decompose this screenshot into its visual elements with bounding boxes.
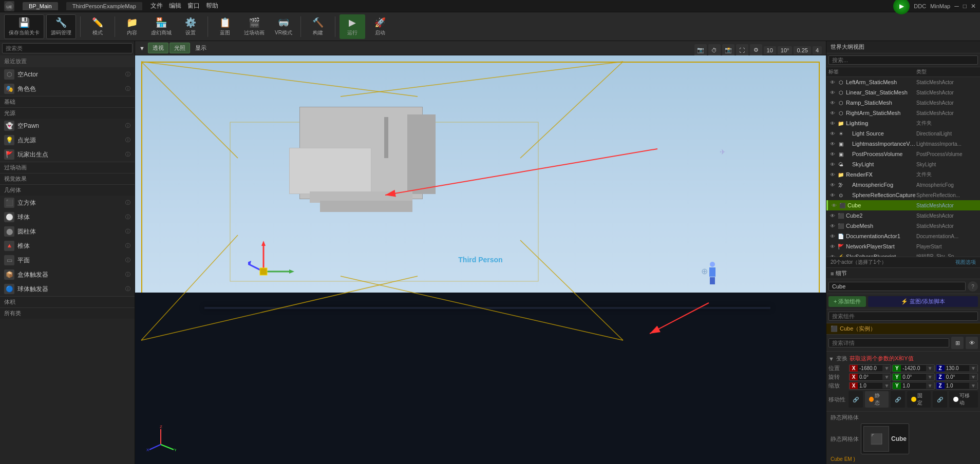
- menu-edit[interactable]: 编辑: [169, 2, 181, 10]
- actor-cone[interactable]: 🔺 椎体 ⓘ: [0, 239, 135, 253]
- vis-icon-skysphere[interactable]: 👁: [828, 253, 837, 257]
- build-button[interactable]: 🔨 构建: [305, 14, 331, 39]
- wo-item-skysphere[interactable]: 👁 ⚡ SkySphereBlueprint 编辑BP_Sky_Sp...: [826, 252, 980, 257]
- wo-item-rightarm[interactable]: 👁 ⬡ RightArm_StaticMesh StaticMeshActor: [826, 108, 980, 118]
- rot-y-down[interactable]: ▼: [926, 374, 934, 380]
- 3d-viewport[interactable]: Third Person: [135, 55, 826, 464]
- actor-point-light[interactable]: 💡 点光源 ⓘ: [0, 133, 135, 147]
- wo-item-cube2[interactable]: 👁 ⬛ Cube2 StaticMeshActor: [826, 210, 980, 221]
- search-details-input[interactable]: [828, 338, 949, 347]
- section-basic[interactable]: 基础: [0, 96, 135, 107]
- screenshot-icon[interactable]: 📸: [722, 44, 734, 56]
- wo-item-stair[interactable]: 👁 ⬡ Linear_Stair_StaticMesh StaticMeshAc…: [826, 87, 980, 98]
- scale-z-down[interactable]: ▼: [969, 383, 977, 389]
- section-light[interactable]: 光源: [0, 107, 135, 119]
- vis-icon-skylight[interactable]: 👁: [828, 160, 837, 168]
- pos-z-down[interactable]: ▼: [969, 365, 977, 371]
- wo-item-cubemesh[interactable]: 👁 ⬛ CubeMesh StaticMeshActor: [826, 221, 980, 231]
- actor-sphere[interactable]: ⚪ 球体 ⓘ: [0, 210, 135, 224]
- vis-icon-rightarm[interactable]: 👁: [828, 109, 837, 117]
- scale-y-input[interactable]: [901, 382, 926, 389]
- vis-icon-ramp[interactable]: 👁: [828, 99, 837, 107]
- actor-name-input[interactable]: [828, 282, 966, 291]
- details-eye-btn[interactable]: 👁: [966, 337, 978, 349]
- rotation-y-input[interactable]: [901, 374, 926, 380]
- settings-button[interactable]: ⚙️ 设置: [178, 14, 203, 39]
- realtime-icon[interactable]: ⏱: [708, 44, 721, 56]
- actor-plane[interactable]: ▭ 平面 ⓘ: [0, 253, 135, 267]
- show-btn[interactable]: 显示: [191, 43, 211, 53]
- vis-icon-docactor[interactable]: 👁: [828, 232, 837, 240]
- cinematics-button[interactable]: 🎬 过场动画: [240, 14, 269, 39]
- section-volume[interactable]: 体积: [0, 296, 135, 307]
- vis-icon-stair[interactable]: 👁: [828, 88, 837, 96]
- vis-icon-spherereflect[interactable]: 👁: [828, 191, 837, 199]
- add-component-button[interactable]: + 添加组件: [828, 296, 866, 307]
- actor-cylinder[interactable]: ⬤ 圆柱体 ⓘ: [0, 224, 135, 239]
- actor-camera[interactable]: 🎭 角色色 ⓘ: [0, 82, 135, 96]
- content-button[interactable]: 📁 内容: [119, 14, 145, 39]
- vis-icon-lightmass[interactable]: 👁: [828, 140, 837, 148]
- vr-button[interactable]: 🥽 VR模式: [271, 14, 296, 39]
- wo-item-lightsource[interactable]: 👁 ☀ Light Source DirectionalLight: [826, 128, 980, 139]
- vis-icon-netplayer[interactable]: 👁: [828, 242, 837, 250]
- mobility-static-btn[interactable]: 静态: [865, 391, 889, 408]
- wo-item-renderfx-folder[interactable]: 👁 📁 RenderFX 文件夹: [826, 169, 980, 180]
- vis-icon-lightsource[interactable]: 👁: [828, 129, 837, 138]
- actor-search-input[interactable]: [2, 43, 133, 53]
- transform-collapse-arrow[interactable]: ▼: [828, 356, 834, 362]
- rotation-x-input[interactable]: [858, 374, 882, 380]
- settings-vp-icon[interactable]: ⚙: [750, 44, 762, 56]
- help-button[interactable]: ?: [968, 281, 978, 292]
- source-control-button[interactable]: 🔧 源码管理: [46, 14, 76, 39]
- close-btn[interactable]: ✕: [971, 3, 976, 10]
- modes-button[interactable]: ✏️ 模式: [85, 14, 110, 39]
- mobility-link3-btn[interactable]: 🔗: [933, 391, 947, 408]
- wo-item-leftarm[interactable]: 👁 ⬡ LeftArm_StaticMesh StaticMeshActor: [826, 77, 980, 87]
- section-geometry[interactable]: 几何体: [0, 184, 135, 196]
- launch-button[interactable]: 🚀 启动: [367, 14, 393, 39]
- wo-item-lightmass[interactable]: 👁 ▣ LightmassImportanceVolume LightmassI…: [826, 139, 980, 149]
- wo-item-postprocess[interactable]: 👁 ▣ PostProcessVolume PostProcessVolume: [826, 149, 980, 159]
- actor-cube[interactable]: ⬛ 立方体 ⓘ: [0, 196, 135, 210]
- wo-item-cube[interactable]: 👁 ⬛ Cube StaticMeshActor: [826, 200, 980, 210]
- vis-icon-lighting[interactable]: 👁: [828, 119, 837, 127]
- position-z-input[interactable]: [945, 365, 969, 372]
- search-component-input[interactable]: [828, 312, 978, 321]
- wo-item-spherereflect[interactable]: 👁 ⊙ SphereReflectionCapture SphereReflec…: [826, 190, 980, 200]
- maximize-btn[interactable]: □: [963, 3, 967, 10]
- wo-item-atmofog[interactable]: 👁 🌫 AtmosphericFog AtmosphericFog: [826, 180, 980, 190]
- vis-icon-cubemesh[interactable]: 👁: [828, 222, 837, 230]
- rot-x-down[interactable]: ▼: [882, 374, 891, 380]
- mobility-fixed-btn[interactable]: 固定: [907, 391, 931, 408]
- vis-icon-cube2[interactable]: 👁: [828, 211, 837, 220]
- blueprint-script-button[interactable]: ⚡ 蓝图/添加脚本: [868, 296, 978, 307]
- menu-help[interactable]: 帮助: [206, 2, 218, 10]
- blueprint-button[interactable]: 📋 蓝图: [212, 14, 238, 39]
- menu-file[interactable]: 文件: [150, 2, 163, 10]
- position-y-input[interactable]: [901, 365, 926, 372]
- save-map-button[interactable]: 💾 保存当前关卡: [4, 14, 44, 39]
- tab-bp-main[interactable]: BP_Main: [23, 2, 58, 10]
- angle-value[interactable]: 10°: [778, 46, 793, 54]
- mobility-link2-btn[interactable]: 🔗: [891, 391, 905, 408]
- vis-icon-cube[interactable]: 👁: [830, 201, 838, 209]
- minimize-btn[interactable]: ─: [954, 3, 959, 10]
- marketplace-button[interactable]: 🏪 虚幻商城: [147, 14, 176, 39]
- wo-item-lighting-folder[interactable]: 👁 📁 Lighting 文件夹: [826, 118, 980, 128]
- rot-z-down[interactable]: ▼: [969, 374, 977, 380]
- menu-window[interactable]: 窗口: [187, 2, 200, 10]
- wo-item-ramp[interactable]: 👁 ⬡ Ramp_StaticMesh StaticMeshActor: [826, 98, 980, 108]
- mobility-movable-btn[interactable]: 可移动: [949, 391, 978, 408]
- wo-search-input[interactable]: [828, 55, 978, 65]
- mobility-link-btn[interactable]: 🔗: [849, 391, 863, 408]
- vis-icon-leftarm[interactable]: 👁: [828, 78, 837, 86]
- scale-y-down[interactable]: ▼: [926, 383, 934, 389]
- expand-icon[interactable]: ⛶: [736, 44, 748, 56]
- pos-x-down[interactable]: ▼: [882, 365, 891, 371]
- position-x-input[interactable]: [858, 365, 882, 372]
- actor-empty-actor[interactable]: ⬡ 空Actor ⓘ: [0, 67, 135, 82]
- wo-item-netplayer[interactable]: 👁 🚩 NetworkPlayerStart PlayerStart: [826, 241, 980, 252]
- vis-icon-renderfx[interactable]: 👁: [828, 170, 837, 179]
- view-options-link[interactable]: 视图选项: [955, 259, 976, 266]
